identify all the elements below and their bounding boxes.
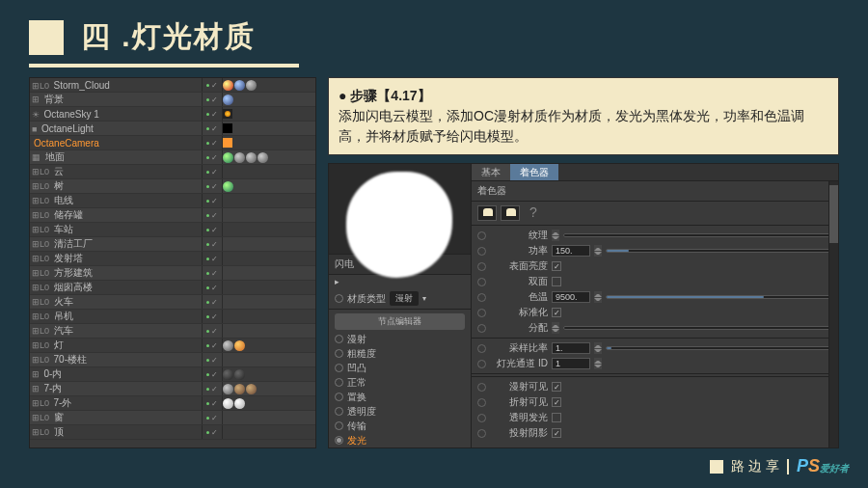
instruction-box: ● 步骤【4.17】 添加闪电云模型，添加OC漫射材质作为材质，发光为黑体发光，… — [328, 77, 839, 155]
title-underline — [29, 64, 299, 68]
tree-row[interactable]: ⊞L0 7-外✓ — [30, 396, 315, 411]
material-ball[interactable] — [246, 80, 257, 91]
prop-透明度[interactable]: 透明度 — [335, 404, 465, 419]
tree-row[interactable]: ⊞L0 发射塔✓ — [30, 252, 315, 266]
param-采样比率[interactable]: 采样比率1. — [472, 340, 838, 356]
tree-row[interactable]: OctaneCamera✓ — [30, 136, 315, 150]
footer-square — [710, 460, 723, 474]
tree-row[interactable]: ⊞ 7-内✓ — [30, 382, 315, 396]
material-ball[interactable] — [234, 80, 245, 91]
prop-置换[interactable]: 置换 — [335, 390, 465, 404]
footer-divider — [787, 459, 789, 474]
param-灯光通道 ID[interactable]: 灯光通道 ID1 — [472, 356, 838, 371]
type-select[interactable]: 漫射 — [390, 291, 419, 306]
dropdown-icon[interactable]: ▾ — [422, 294, 426, 303]
material-ball[interactable] — [234, 398, 245, 409]
param-功率[interactable]: 功率150. — [472, 243, 838, 258]
tree-row[interactable]: ⊞ 背景✓ — [30, 93, 315, 107]
tree-row[interactable]: ⊞L0 70-楼柱✓ — [30, 353, 315, 367]
tree-row[interactable]: ⊞L0 Storm_Cloud✓ — [30, 78, 315, 93]
param-投射阴影[interactable]: 投射阴影✓ — [472, 425, 838, 441]
prop-凹凸[interactable]: 凹凸 — [335, 361, 465, 375]
param-透明发光[interactable]: 透明发光 — [472, 410, 838, 425]
step-label: ● 步骤【4.17】 — [339, 86, 828, 106]
scrollbar[interactable] — [828, 181, 838, 447]
tab-着色器[interactable]: 着色器 — [510, 164, 558, 180]
tree-row[interactable]: ⊞L0 树✓ — [30, 179, 315, 194]
type-label: 材质类型 — [347, 292, 386, 306]
material-ball[interactable] — [246, 152, 257, 163]
prop-漫射[interactable]: 漫射 — [335, 332, 465, 346]
footer-author: 路 边 享 — [731, 458, 779, 475]
help-icon[interactable]: ? — [524, 205, 543, 221]
prop-传输[interactable]: 传输 — [335, 419, 465, 433]
material-ball[interactable] — [223, 152, 233, 163]
material-ball[interactable] — [223, 95, 233, 105]
material-ball[interactable] — [234, 152, 245, 163]
tree-row[interactable]: ⊞L0 窗✓ — [30, 411, 315, 425]
tree-row[interactable]: ☀ OctaneSky 1✓ — [30, 107, 315, 122]
type-radio[interactable] — [335, 294, 343, 303]
material-ball[interactable] — [258, 152, 268, 163]
tree-row[interactable]: ⊞L0 方形建筑✓ — [30, 266, 315, 281]
shader-header: 着色器 — [472, 181, 838, 202]
material-editor: 闪电 ▸ 材质类型 漫射 ▾ 节点编辑器 漫射粗糙度凹凸正常置换透明度传输发光 … — [328, 163, 839, 448]
material-ball[interactable] — [223, 384, 233, 394]
tree-row[interactable]: ▦ 地面✓ — [30, 150, 315, 165]
param-折射可见[interactable]: 折射可见✓ — [472, 394, 838, 410]
param-纹理[interactable]: 纹理 — [472, 228, 838, 243]
material-ball[interactable] — [223, 181, 233, 192]
tree-row[interactable]: ⊞L0 吊机✓ — [30, 310, 315, 324]
tree-row[interactable]: ⊞L0 云✓ — [30, 165, 315, 179]
tree-row[interactable]: ⊞L0 火车✓ — [30, 295, 315, 310]
page-title: 四 .灯光材质 — [81, 17, 256, 57]
object-tree-panel: ⊞L0 Storm_Cloud✓ ⊞ 背景✓ ☀ OctaneSky 1✓ ■ … — [29, 77, 316, 448]
material-ball[interactable] — [234, 369, 245, 380]
tree-row[interactable]: ⊞ 0-内✓ — [30, 367, 315, 382]
material-ball[interactable] — [234, 384, 245, 394]
tree-row[interactable]: ⊞L0 电线✓ — [30, 194, 315, 208]
param-漫射可见[interactable]: 漫射可见✓ — [472, 379, 838, 394]
param-双面[interactable]: 双面 — [472, 274, 838, 289]
material-ball[interactable] — [223, 398, 233, 409]
tree-row[interactable]: ⊞L0 储存罐✓ — [30, 208, 315, 223]
shader-icon-light1[interactable] — [477, 205, 497, 221]
tree-row[interactable]: ⊞L0 顶✓ — [30, 425, 315, 440]
shader-icon-light2[interactable] — [501, 205, 520, 221]
tree-row[interactable]: ■ OctaneLight✓ — [30, 122, 315, 136]
material-ball[interactable] — [223, 369, 233, 380]
prop-粗糙度[interactable]: 粗糙度 — [335, 346, 465, 361]
material-ball[interactable] — [246, 384, 257, 394]
instruction-text: 添加闪电云模型，添加OC漫射材质作为材质，发光为黑体发光，功率和色温调高，并将材… — [339, 106, 828, 147]
tree-row[interactable]: ⊞L0 清洁工厂✓ — [30, 237, 315, 252]
tree-row[interactable]: ⊞L0 车站✓ — [30, 223, 315, 237]
material-ball[interactable] — [223, 340, 233, 351]
material-ball[interactable] — [234, 340, 245, 351]
prop-正常[interactable]: 正常 — [335, 375, 465, 390]
node-editor-header[interactable]: 节点编辑器 — [335, 313, 465, 330]
tree-row[interactable]: ⊞L0 灯✓ — [30, 339, 315, 353]
footer-logo: PS爱好者 — [797, 456, 849, 476]
tab-基本[interactable]: 基本 — [472, 164, 510, 180]
tree-row[interactable]: ⊞L0 汽车✓ — [30, 324, 315, 339]
param-色温[interactable]: 色温9500. — [472, 289, 838, 305]
material-preview — [329, 164, 471, 255]
param-分配[interactable]: 分配 — [472, 320, 838, 336]
tree-row[interactable]: ⊞L0 烟囱高楼✓ — [30, 281, 315, 295]
material-ball[interactable] — [223, 80, 233, 91]
param-标准化[interactable]: 标准化✓ — [472, 305, 838, 320]
prop-发光[interactable]: 发光 — [335, 433, 465, 447]
title-square — [29, 20, 64, 55]
param-表面亮度[interactable]: 表面亮度✓ — [472, 258, 838, 274]
